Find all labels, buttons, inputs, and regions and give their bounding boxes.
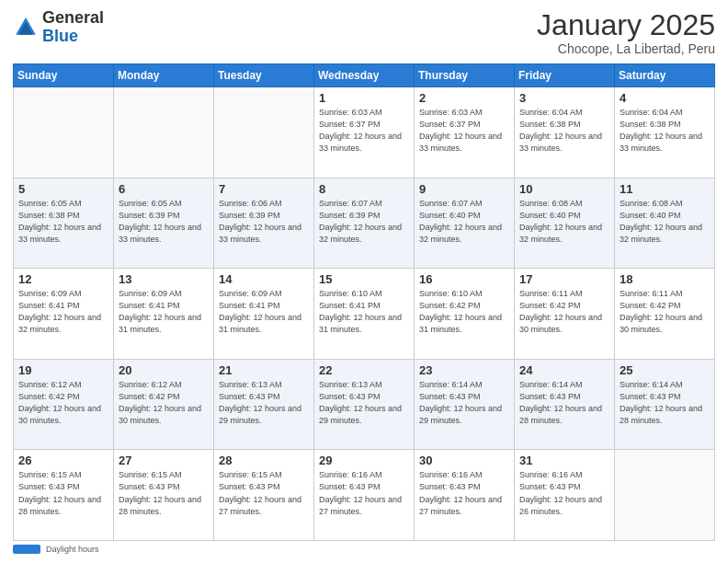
day-number: 28 — [219, 454, 309, 467]
day-number: 29 — [319, 454, 409, 467]
logo-blue: Blue — [42, 28, 104, 46]
logo-general: General — [42, 9, 104, 28]
table-row: 18Sunrise: 6:11 AMSunset: 6:42 PMDayligh… — [615, 269, 715, 360]
calendar-week-row: 1Sunrise: 6:03 AMSunset: 6:37 PMDaylight… — [14, 87, 715, 178]
calendar-table: Sunday Monday Tuesday Wednesday Thursday… — [13, 63, 715, 541]
calendar-week-row: 26Sunrise: 6:15 AMSunset: 6:43 PMDayligh… — [14, 450, 715, 541]
day-number: 11 — [620, 182, 710, 196]
logo: General Blue — [13, 9, 104, 46]
day-info: Sunrise: 6:05 AMSunset: 6:39 PMDaylight:… — [119, 198, 209, 246]
table-row: 10Sunrise: 6:08 AMSunset: 6:40 PMDayligh… — [515, 178, 615, 269]
day-number: 8 — [319, 182, 409, 196]
day-number: 24 — [519, 363, 609, 377]
day-info: Sunrise: 6:13 AMSunset: 6:43 PMDaylight:… — [319, 379, 409, 427]
day-number: 21 — [219, 363, 309, 377]
table-row: 31Sunrise: 6:16 AMSunset: 6:43 PMDayligh… — [515, 450, 615, 541]
footer: Daylight hours — [13, 545, 715, 554]
day-info: Sunrise: 6:10 AMSunset: 6:42 PMDaylight:… — [419, 288, 509, 336]
day-number: 25 — [620, 363, 710, 377]
day-info: Sunrise: 6:12 AMSunset: 6:42 PMDaylight:… — [119, 379, 209, 427]
table-row: 20Sunrise: 6:12 AMSunset: 6:42 PMDayligh… — [114, 359, 214, 450]
day-info: Sunrise: 6:15 AMSunset: 6:43 PMDaylight:… — [18, 469, 108, 517]
day-info: Sunrise: 6:08 AMSunset: 6:40 PMDaylight:… — [620, 198, 710, 246]
day-number: 23 — [419, 363, 509, 377]
table-row: 24Sunrise: 6:14 AMSunset: 6:43 PMDayligh… — [515, 359, 615, 450]
day-info: Sunrise: 6:05 AMSunset: 6:38 PMDaylight:… — [18, 198, 108, 246]
col-tuesday: Tuesday — [214, 64, 314, 87]
day-number: 10 — [519, 182, 609, 196]
day-info: Sunrise: 6:07 AMSunset: 6:39 PMDaylight:… — [319, 198, 409, 246]
day-info: Sunrise: 6:03 AMSunset: 6:37 PMDaylight:… — [419, 107, 509, 155]
day-number: 14 — [219, 272, 309, 286]
table-row: 28Sunrise: 6:15 AMSunset: 6:43 PMDayligh… — [214, 450, 314, 541]
day-info: Sunrise: 6:10 AMSunset: 6:41 PMDaylight:… — [319, 288, 409, 336]
table-row: 3Sunrise: 6:04 AMSunset: 6:38 PMDaylight… — [515, 87, 615, 178]
day-info: Sunrise: 6:16 AMSunset: 6:43 PMDaylight:… — [319, 469, 409, 517]
daylight-bar — [13, 545, 40, 554]
day-info: Sunrise: 6:07 AMSunset: 6:40 PMDaylight:… — [419, 198, 509, 246]
day-number: 13 — [119, 272, 209, 286]
day-info: Sunrise: 6:14 AMSunset: 6:43 PMDaylight:… — [419, 379, 509, 427]
table-row: 2Sunrise: 6:03 AMSunset: 6:37 PMDaylight… — [415, 87, 515, 178]
daylight-label: Daylight hours — [46, 545, 99, 554]
col-monday: Monday — [114, 64, 214, 87]
day-info: Sunrise: 6:13 AMSunset: 6:43 PMDaylight:… — [219, 379, 309, 427]
table-row — [214, 87, 314, 178]
table-row: 25Sunrise: 6:14 AMSunset: 6:43 PMDayligh… — [615, 359, 715, 450]
calendar-week-row: 5Sunrise: 6:05 AMSunset: 6:38 PMDaylight… — [14, 178, 715, 269]
day-number: 1 — [319, 91, 409, 105]
day-number: 15 — [319, 272, 409, 286]
table-row: 12Sunrise: 6:09 AMSunset: 6:41 PMDayligh… — [14, 269, 114, 360]
table-row: 21Sunrise: 6:13 AMSunset: 6:43 PMDayligh… — [214, 359, 314, 450]
table-row: 22Sunrise: 6:13 AMSunset: 6:43 PMDayligh… — [314, 359, 415, 450]
day-info: Sunrise: 6:11 AMSunset: 6:42 PMDaylight:… — [519, 288, 609, 336]
day-number: 22 — [319, 363, 409, 377]
day-info: Sunrise: 6:09 AMSunset: 6:41 PMDaylight:… — [119, 288, 209, 336]
page: General Blue January 2025 Chocope, La Li… — [0, 0, 728, 563]
table-row: 7Sunrise: 6:06 AMSunset: 6:39 PMDaylight… — [214, 178, 314, 269]
table-row: 4Sunrise: 6:04 AMSunset: 6:38 PMDaylight… — [615, 87, 715, 178]
day-number: 5 — [18, 182, 108, 196]
table-row: 11Sunrise: 6:08 AMSunset: 6:40 PMDayligh… — [615, 178, 715, 269]
table-row: 30Sunrise: 6:16 AMSunset: 6:43 PMDayligh… — [415, 450, 515, 541]
day-number: 7 — [219, 182, 309, 196]
day-number: 26 — [18, 454, 108, 467]
col-sunday: Sunday — [14, 64, 114, 87]
col-saturday: Saturday — [615, 64, 715, 87]
table-row: 1Sunrise: 6:03 AMSunset: 6:37 PMDaylight… — [314, 87, 415, 178]
table-row: 23Sunrise: 6:14 AMSunset: 6:43 PMDayligh… — [415, 359, 515, 450]
logo-text: General Blue — [42, 9, 104, 46]
table-row: 15Sunrise: 6:10 AMSunset: 6:41 PMDayligh… — [314, 269, 415, 360]
day-info: Sunrise: 6:03 AMSunset: 6:37 PMDaylight:… — [319, 107, 409, 155]
col-wednesday: Wednesday — [314, 64, 415, 87]
day-info: Sunrise: 6:16 AMSunset: 6:43 PMDaylight:… — [419, 469, 509, 517]
table-row — [114, 87, 214, 178]
day-number: 9 — [419, 182, 509, 196]
table-row: 27Sunrise: 6:15 AMSunset: 6:43 PMDayligh… — [114, 450, 214, 541]
header: General Blue January 2025 Chocope, La Li… — [13, 9, 715, 56]
calendar-week-row: 19Sunrise: 6:12 AMSunset: 6:42 PMDayligh… — [14, 359, 715, 450]
day-info: Sunrise: 6:04 AMSunset: 6:38 PMDaylight:… — [519, 107, 609, 155]
table-row: 14Sunrise: 6:09 AMSunset: 6:41 PMDayligh… — [214, 269, 314, 360]
day-number: 2 — [419, 91, 509, 105]
table-row: 16Sunrise: 6:10 AMSunset: 6:42 PMDayligh… — [415, 269, 515, 360]
table-row: 9Sunrise: 6:07 AMSunset: 6:40 PMDaylight… — [415, 178, 515, 269]
table-row: 26Sunrise: 6:15 AMSunset: 6:43 PMDayligh… — [14, 450, 114, 541]
table-row — [615, 450, 715, 541]
day-number: 12 — [18, 272, 108, 286]
day-number: 27 — [119, 454, 209, 467]
day-number: 19 — [18, 363, 108, 377]
title-block: January 2025 Chocope, La Libertad, Peru — [537, 9, 715, 56]
day-info: Sunrise: 6:11 AMSunset: 6:42 PMDaylight:… — [620, 288, 710, 336]
day-number: 20 — [119, 363, 209, 377]
day-number: 4 — [620, 91, 710, 105]
day-number: 18 — [620, 272, 710, 286]
calendar-week-row: 12Sunrise: 6:09 AMSunset: 6:41 PMDayligh… — [14, 269, 715, 360]
calendar-header-row: Sunday Monday Tuesday Wednesday Thursday… — [14, 64, 715, 87]
table-row: 29Sunrise: 6:16 AMSunset: 6:43 PMDayligh… — [314, 450, 415, 541]
subtitle: Chocope, La Libertad, Peru — [537, 41, 715, 56]
day-info: Sunrise: 6:09 AMSunset: 6:41 PMDaylight:… — [18, 288, 108, 336]
table-row: 17Sunrise: 6:11 AMSunset: 6:42 PMDayligh… — [515, 269, 615, 360]
day-number: 3 — [519, 91, 609, 105]
day-info: Sunrise: 6:14 AMSunset: 6:43 PMDaylight:… — [519, 379, 609, 427]
